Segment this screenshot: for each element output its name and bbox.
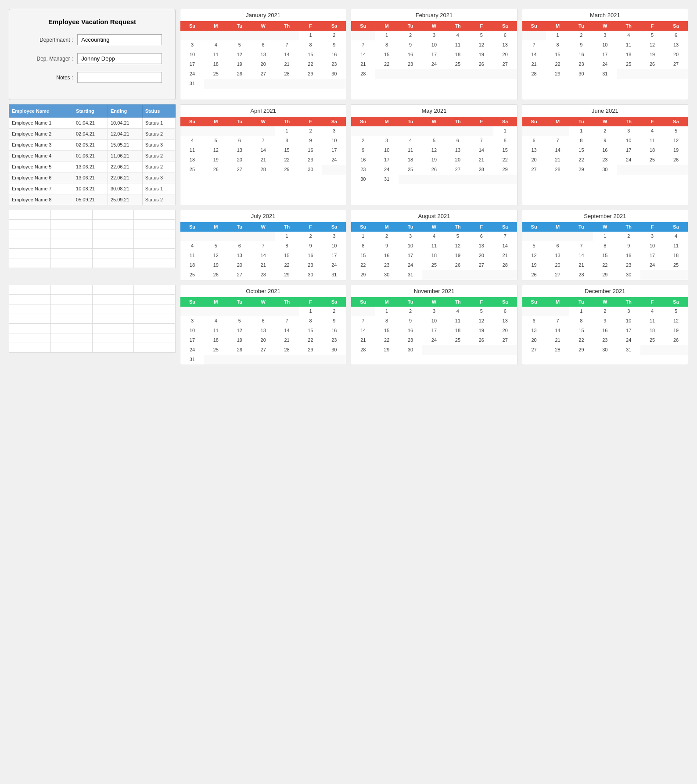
cal-cell: 19 — [228, 60, 251, 69]
empty-cell — [92, 333, 134, 343]
cal-cell — [399, 69, 422, 79]
cal-cell: 29 — [493, 165, 517, 175]
mar-tue: Tu — [569, 21, 593, 31]
cal-cell: 23 — [399, 336, 422, 345]
cal-cell: 28 — [351, 345, 375, 355]
cal-cell — [522, 232, 546, 241]
cal-cell — [522, 307, 546, 316]
employee-name-cell: Employee Name 3 — [9, 140, 73, 150]
department-input[interactable] — [77, 34, 162, 45]
cal-cell: 16 — [569, 50, 593, 60]
cal-cell: 2 — [351, 136, 375, 146]
cal-cell: 15 — [546, 50, 570, 60]
aug-sun: Su — [351, 222, 375, 232]
table-row — [9, 229, 176, 239]
cal-cell: 20 — [546, 261, 570, 270]
cal-cell: 2 — [322, 307, 346, 316]
cal-cell: 29 — [275, 270, 299, 280]
cal-cell: 18 — [399, 155, 422, 165]
may-title: May 2021 — [351, 105, 517, 117]
cal-cell — [322, 165, 346, 175]
cal-cell: 10 — [422, 316, 446, 326]
cal-cell: 31 — [617, 345, 640, 355]
starting-cell: 01.06.21 — [73, 150, 108, 161]
cal-cell: 12 — [228, 50, 251, 60]
cal-cell: 18 — [640, 146, 664, 155]
cal-cell — [375, 126, 399, 136]
table-row — [9, 304, 176, 314]
apr-sun: Su — [180, 117, 204, 126]
cal-cell: 25 — [640, 336, 664, 345]
cal-cell: 19 — [228, 336, 251, 345]
cal-cell: 24 — [322, 155, 346, 165]
cal-cell — [470, 175, 493, 184]
mid-calendars: April 2021 Su M Tu W Th F Sa 123 4567891… — [180, 104, 688, 205]
cal-cell: 27 — [546, 270, 570, 280]
cal-cell: 21 — [569, 261, 593, 270]
status-cell: Status 2 — [142, 150, 175, 161]
cal-cell — [446, 69, 470, 79]
cal-cell: 2 — [299, 126, 323, 136]
cal-cell: 6 — [228, 136, 251, 146]
cal-cell: 13 — [493, 40, 517, 50]
cal-cell: 13 — [664, 40, 688, 50]
cal-cell — [470, 345, 493, 355]
cal-cell: 25 — [180, 165, 204, 175]
manager-input[interactable] — [77, 53, 162, 64]
table-row — [9, 220, 176, 229]
cal-cell: 22 — [351, 261, 375, 270]
empty-cell — [134, 220, 176, 229]
cal-cell: 9 — [399, 40, 422, 50]
cal-cell: 24 — [375, 165, 399, 175]
cal-cell: 4 — [204, 316, 228, 326]
table-row: Employee Name 1 01.04.21 10.04.21 Status… — [9, 118, 176, 129]
starting-cell: 13.06.21 — [73, 161, 108, 172]
apr-mon: M — [204, 117, 228, 126]
cal-cell: 26 — [640, 60, 664, 69]
cal-cell: 3 — [180, 40, 204, 50]
may-wed: W — [422, 117, 446, 126]
jul-sep-section: July 2021 Su M Tu W Th F Sa 123 45678910… — [9, 210, 688, 280]
oct-mon: M — [204, 297, 228, 307]
cal-cell: 2 — [375, 232, 399, 241]
notes-input[interactable] — [77, 72, 162, 83]
cal-cell: 15 — [569, 326, 593, 336]
cal-cell: 3 — [640, 232, 664, 241]
cal-cell: 16 — [375, 251, 399, 261]
cal-cell: 9 — [375, 241, 399, 251]
cal-cell: 21 — [546, 336, 570, 345]
cal-cell: 20 — [493, 50, 517, 60]
cal-cell: 23 — [399, 60, 422, 69]
cal-cell: 20 — [251, 60, 275, 69]
cal-cell — [522, 126, 546, 136]
cal-cell: 3 — [617, 307, 640, 316]
cal-cell: 24 — [593, 60, 617, 69]
sep-title: September 2021 — [522, 210, 688, 222]
cal-cell: 1 — [593, 232, 617, 241]
nov-sat: Sa — [493, 297, 517, 307]
cal-cell: 12 — [204, 146, 228, 155]
dec-thu: Th — [617, 297, 640, 307]
cal-cell: 8 — [593, 241, 617, 251]
cal-cell: 20 — [470, 251, 493, 261]
cal-cell — [275, 307, 299, 316]
cal-cell: 1 — [569, 126, 593, 136]
ending-cell: 12.04.21 — [108, 129, 142, 140]
cal-cell: 29 — [375, 345, 399, 355]
empty-cell — [134, 285, 176, 295]
table-row — [9, 285, 176, 295]
cal-cell: 5 — [228, 316, 251, 326]
cal-cell: 9 — [322, 316, 346, 326]
cal-cell — [546, 307, 570, 316]
cal-cell: 25 — [204, 345, 228, 355]
cal-cell: 13 — [546, 251, 570, 261]
cal-cell: 2 — [299, 232, 323, 241]
cal-cell — [251, 31, 275, 40]
cal-cell: 28 — [275, 69, 299, 79]
cal-cell: 12 — [470, 316, 493, 326]
calendar-april: April 2021 Su M Tu W Th F Sa 123 4567891… — [180, 104, 346, 205]
empty-cell — [9, 210, 51, 220]
cal-cell: 23 — [569, 60, 593, 69]
cal-cell — [180, 307, 204, 316]
cal-cell: 30 — [322, 69, 346, 79]
